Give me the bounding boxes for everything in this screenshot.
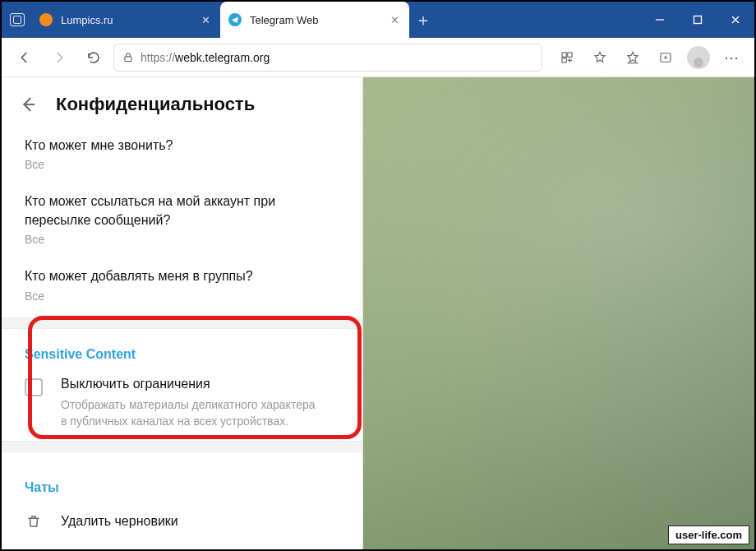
svg-rect-5: [562, 53, 566, 57]
svg-rect-1: [694, 16, 702, 24]
maximize-button[interactable]: [679, 2, 717, 38]
setting-value: Все: [25, 289, 343, 303]
browser-toolbar: https://webk.telegram.org ⋯: [2, 38, 754, 77]
new-tab-button[interactable]: ＋: [409, 2, 437, 38]
collections-icon[interactable]: [651, 43, 680, 72]
setting-label: Кто может ссылаться на мой аккаунт при п…: [25, 192, 343, 229]
url-text: https://webk.telegram.org: [141, 51, 270, 64]
setting-value: Все: [25, 158, 343, 171]
favorites-star-icon[interactable]: [585, 43, 615, 72]
delete-drafts-button[interactable]: Удалить черновики: [21, 505, 343, 538]
lock-icon: [122, 52, 134, 63]
setting-who-can-add-groups[interactable]: Кто может добавлять меня в группы? Все: [21, 257, 343, 313]
watermark: user-life.com: [668, 526, 749, 544]
section-chats: Чаты: [21, 467, 343, 505]
delete-drafts-label: Удалить черновики: [61, 514, 178, 529]
checkbox-icon[interactable]: [25, 378, 43, 396]
favicon-icon: [228, 13, 242, 26]
browser-titlebar: Lumpics.ru ✕ Telegram Web ✕ ＋: [2, 2, 754, 38]
setting-label: Кто может мне звонить?: [25, 137, 343, 155]
menu-button[interactable]: ⋯: [717, 43, 746, 72]
refresh-button[interactable]: [79, 43, 108, 72]
profile-avatar[interactable]: [684, 43, 713, 72]
address-bar[interactable]: https://webk.telegram.org: [113, 44, 542, 72]
close-tab-icon[interactable]: ✕: [199, 14, 212, 26]
back-button[interactable]: [10, 43, 39, 72]
favicon-icon: [39, 13, 53, 26]
close-tab-icon[interactable]: ✕: [388, 14, 401, 26]
setting-who-can-call[interactable]: Кто может мне звонить? Все: [21, 127, 343, 183]
svg-rect-7: [562, 58, 566, 62]
trash-icon: [25, 513, 43, 530]
tab-label: Lumpics.ru: [61, 14, 191, 26]
disable-filtering-toggle[interactable]: Выключить ограничения Отображать материа…: [21, 370, 343, 438]
close-window-button[interactable]: [717, 2, 754, 38]
setting-label: Кто может добавлять меня в группы?: [25, 267, 343, 285]
setting-who-can-link[interactable]: Кто может ссылаться на мой аккаунт при п…: [21, 183, 343, 257]
minimize-button[interactable]: [641, 2, 679, 38]
svg-rect-4: [125, 56, 131, 61]
forward-button[interactable]: [44, 43, 74, 72]
page-title: Конфиденциальность: [56, 94, 255, 115]
section-sensitive-content: Sensitive Content: [21, 344, 343, 370]
tab-telegram-web[interactable]: Telegram Web ✕: [220, 2, 409, 38]
svg-rect-6: [568, 53, 572, 57]
window-controls: [641, 2, 754, 38]
tab-overview-icon[interactable]: [10, 13, 25, 26]
section-divider: [2, 441, 362, 452]
extensions-icon[interactable]: [552, 43, 582, 72]
toggle-description: Отображать материалы деликатного характе…: [61, 396, 316, 430]
tab-lumpics[interactable]: Lumpics.ru ✕: [31, 2, 220, 38]
chat-background: [363, 77, 754, 549]
favorites-bar-icon[interactable]: [618, 43, 648, 72]
setting-value: Все: [25, 233, 343, 246]
panel-back-button[interactable]: [18, 95, 38, 114]
tab-label: Telegram Web: [250, 14, 380, 26]
toggle-label: Выключить ограничения: [61, 377, 316, 391]
section-divider: [2, 317, 362, 329]
settings-panel: Конфиденциальность Кто может мне звонить…: [2, 77, 363, 549]
